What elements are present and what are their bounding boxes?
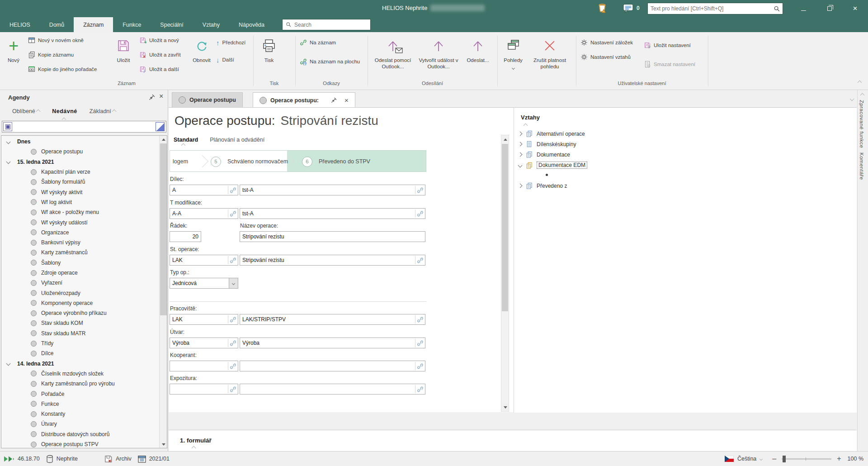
tree-row[interactable]: Operace výrobního příkazu bbox=[1, 308, 167, 318]
tmod-name-input[interactable]: tst-A bbox=[240, 208, 425, 219]
tree-row[interactable]: Wf akce - položky menu bbox=[1, 207, 167, 217]
link-icon[interactable] bbox=[230, 363, 236, 370]
link-to-record-button[interactable]: Na záznam bbox=[300, 38, 336, 47]
dilec-code-input[interactable]: A bbox=[170, 185, 238, 195]
tree-row[interactable]: Útvary bbox=[1, 419, 167, 429]
st-operace-code-input[interactable]: LAK bbox=[170, 255, 238, 266]
tree-row[interactable]: Číselník mzdových složek bbox=[1, 369, 167, 379]
tree-row[interactable]: Šablony formulářů bbox=[1, 177, 167, 187]
link-icon[interactable] bbox=[417, 257, 424, 264]
link-icon[interactable] bbox=[230, 316, 236, 323]
tree-scrollbar[interactable] bbox=[159, 136, 167, 448]
kooperant-name-input[interactable] bbox=[240, 361, 425, 371]
vztahy-item[interactable]: Alternativní operace bbox=[519, 130, 585, 137]
expozitura-name-input[interactable] bbox=[240, 384, 425, 395]
filter-toggle-icon[interactable] bbox=[156, 122, 165, 131]
tree-row[interactable]: Dílce bbox=[1, 348, 167, 358]
tmod-code-input[interactable]: A-A bbox=[170, 208, 238, 219]
previous-button[interactable]: ↑Předchozí bbox=[216, 38, 245, 47]
copy-to-folder-button[interactable]: Kopie do jiného pořadače bbox=[28, 65, 97, 73]
save-and-new-button[interactable]: + Uložit a nový bbox=[139, 36, 179, 44]
chevron-right-icon[interactable] bbox=[518, 152, 523, 157]
invalidate-view-button[interactable]: Zrušit platnost pohledu bbox=[527, 36, 572, 77]
new-button[interactable]: + Nový bbox=[2, 36, 25, 77]
link-icon[interactable] bbox=[230, 210, 236, 217]
menu-tab[interactable]: Domů bbox=[40, 17, 74, 32]
tree-row[interactable]: Operace postupu bbox=[1, 147, 167, 157]
form-scrollbar[interactable] bbox=[501, 135, 509, 412]
nazev-operace-input[interactable]: Stripování rezistu bbox=[240, 231, 425, 242]
collapse-ribbon-icon[interactable] bbox=[858, 81, 862, 85]
save-and-next-button[interactable]: ↓ Uložit a další bbox=[139, 65, 179, 73]
close-button[interactable]: × bbox=[842, 0, 868, 17]
st-operace-name-input[interactable]: Stripování rezistu bbox=[240, 255, 425, 266]
tree-row[interactable]: Wf výskyty událostí bbox=[1, 217, 167, 227]
kooperant-code-input[interactable] bbox=[170, 361, 238, 371]
vztahy-item-selected[interactable]: Dokumentace EDM bbox=[519, 162, 587, 169]
global-search-input[interactable] bbox=[648, 3, 771, 14]
link-icon[interactable] bbox=[417, 316, 424, 323]
tree-row[interactable]: Stav skladu MATR bbox=[1, 328, 167, 338]
send-button[interactable]: Odeslat... bbox=[462, 36, 494, 77]
scrollbar-thumb[interactable] bbox=[160, 143, 167, 315]
tree-row[interactable]: Komponenty operace bbox=[1, 298, 167, 308]
chevron-right-icon[interactable] bbox=[518, 142, 523, 147]
agendy-tab[interactable]: Nedávné bbox=[52, 106, 77, 118]
tree-row[interactable]: Kapacitní plán verze bbox=[1, 167, 167, 177]
tree-row[interactable]: 15. ledna 2021 bbox=[1, 157, 167, 167]
vztahy-item[interactable]: Dílenskéskupiny bbox=[519, 141, 576, 147]
tree-row[interactable]: Operace postupu STPV bbox=[1, 439, 167, 448]
ribbon-search-input[interactable] bbox=[294, 22, 367, 28]
expozitura-code-input[interactable] bbox=[170, 384, 238, 395]
utvar-name-input[interactable]: Výroba bbox=[240, 338, 425, 348]
link-icon[interactable] bbox=[230, 257, 236, 264]
agenda-filter-input[interactable] bbox=[13, 122, 166, 132]
radek-input[interactable]: 20 bbox=[170, 231, 201, 242]
minimize-button[interactable] bbox=[791, 0, 816, 17]
tree-row[interactable]: Karty zaměstnanců pro výrobu bbox=[1, 379, 167, 389]
zoom-in-button[interactable]: + bbox=[837, 455, 841, 463]
recycle-bin-icon[interactable] bbox=[597, 3, 608, 14]
menu-tab[interactable]: Nápověda bbox=[229, 17, 274, 32]
tree-row[interactable]: Wf log aktivit bbox=[1, 197, 167, 207]
zoom-slider[interactable] bbox=[782, 458, 831, 460]
link-icon[interactable] bbox=[230, 187, 236, 194]
tree-row[interactable]: Wf výskyty aktivit bbox=[1, 187, 167, 197]
link-to-desktop-button[interactable]: Na záznam na plochu bbox=[300, 57, 360, 66]
dilec-name-input[interactable]: tst-A bbox=[240, 185, 425, 195]
tree-row[interactable]: Distribuce datových souborů bbox=[1, 429, 167, 439]
restore-button[interactable] bbox=[816, 0, 842, 17]
print-button[interactable]: Tisk bbox=[257, 36, 281, 77]
chevron-down-icon[interactable] bbox=[518, 163, 523, 167]
zoom-slider-thumb[interactable] bbox=[783, 456, 786, 462]
tree-row[interactable]: Karty zaměstnanců bbox=[1, 247, 167, 257]
tree-row[interactable]: Zdroje operace bbox=[1, 268, 167, 278]
menu-tab[interactable]: HELIOS bbox=[0, 17, 40, 32]
link-icon[interactable] bbox=[230, 386, 236, 393]
save-button[interactable]: Uložit bbox=[111, 36, 136, 77]
tree-row[interactable]: Dnes bbox=[1, 137, 167, 147]
link-icon[interactable] bbox=[230, 340, 236, 347]
vztahy-item[interactable]: Dokumentace bbox=[519, 151, 570, 158]
pin-icon[interactable] bbox=[148, 94, 156, 101]
messages-icon[interactable] bbox=[623, 3, 633, 14]
tree-row[interactable]: Pořadače bbox=[1, 389, 167, 399]
menu-tab[interactable]: Funkce bbox=[113, 17, 151, 32]
agendy-tab[interactable]: Oblíbené bbox=[12, 106, 40, 118]
chevron-down-icon[interactable] bbox=[760, 457, 763, 460]
period-text[interactable]: 2021/01 bbox=[149, 456, 170, 462]
bookmark-settings-button[interactable]: Nastavení záložek bbox=[580, 38, 633, 47]
link-icon[interactable] bbox=[417, 340, 424, 347]
side-tab-komentare[interactable]: Komentáře bbox=[859, 152, 864, 180]
copy-record-button[interactable]: Kopie záznamu bbox=[28, 51, 74, 59]
scroll-down-button[interactable] bbox=[160, 441, 167, 448]
link-icon[interactable] bbox=[417, 363, 424, 370]
filter-mode-icon[interactable] bbox=[3, 122, 12, 131]
pracoviste-name-input[interactable]: LAK/STRIP/STPV bbox=[240, 314, 425, 325]
tree-row[interactable]: Třídy bbox=[1, 338, 167, 348]
utvar-code-input[interactable]: Výroba bbox=[170, 338, 238, 348]
create-outlook-event-button[interactable]: Vytvořit událost v Outlook... bbox=[417, 36, 460, 77]
tree-row[interactable]: Konstanty bbox=[1, 409, 167, 419]
pracoviste-code-input[interactable]: LAK bbox=[170, 314, 238, 325]
relation-settings-button[interactable]: Nastavení vztahů bbox=[580, 53, 631, 61]
